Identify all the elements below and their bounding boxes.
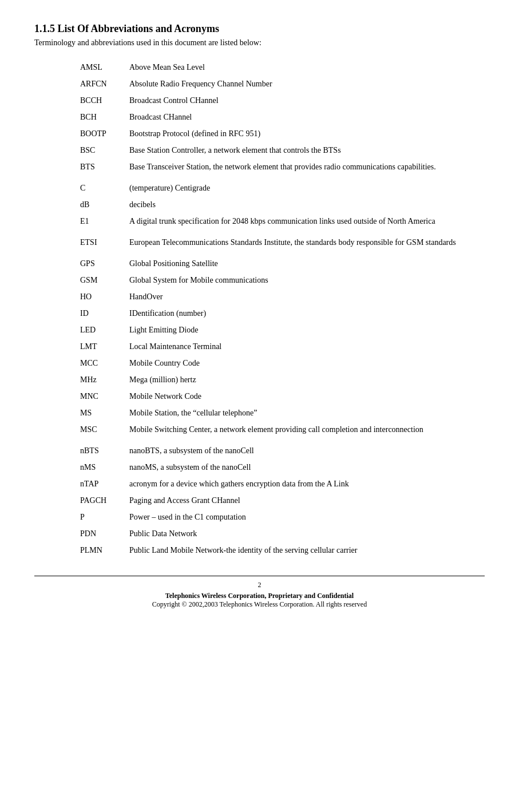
abbreviation-definition: (temperature) Centigrade bbox=[126, 180, 485, 196]
table-row: PDNPublic Data Network bbox=[34, 525, 485, 542]
abbreviation-term: C bbox=[34, 180, 126, 196]
abbreviation-definition: Mobile Station, the “cellular telephone” bbox=[126, 405, 485, 421]
abbreviation-definition: Broadcast CHannel bbox=[126, 109, 485, 125]
abbreviation-term: PAGCH bbox=[34, 492, 126, 509]
abbreviation-definition: nanoMS, a subsystem of the nanoCell bbox=[126, 459, 485, 476]
abbreviation-definition: Global Positioning Satellite bbox=[126, 255, 485, 272]
table-row: MSCMobile Switching Center, a network el… bbox=[34, 421, 485, 438]
abbreviation-term: ID bbox=[34, 305, 126, 322]
table-row: IDIDentification (number) bbox=[34, 305, 485, 322]
abbreviation-term: BCH bbox=[34, 109, 126, 125]
copyright-text: Copyright © 2002,2003 Telephonics Wirele… bbox=[34, 600, 485, 609]
intro-text: Terminology and abbreviations used in th… bbox=[34, 38, 485, 47]
abbreviation-definition: European Telecommunications Standards In… bbox=[126, 234, 485, 251]
table-row: PPower – used in the C1 computation bbox=[34, 509, 485, 525]
abbreviation-definition: acronym for a device which gathers encry… bbox=[126, 476, 485, 492]
abbreviation-term: ARFCN bbox=[34, 76, 126, 92]
abbreviation-definition: Base Station Controller, a network eleme… bbox=[126, 142, 485, 159]
table-row: PAGCHPaging and Access Grant CHannel bbox=[34, 492, 485, 509]
table-row: MSMobile Station, the “cellular telephon… bbox=[34, 405, 485, 421]
abbreviation-definition: Above Mean Sea Level bbox=[126, 59, 485, 76]
table-row: LMTLocal Maintenance Terminal bbox=[34, 338, 485, 355]
table-row: BTSBase Transceiver Station, the network… bbox=[34, 159, 485, 175]
table-row: BOOTPBootstrap Protocol (defined in RFC … bbox=[34, 125, 485, 142]
abbreviation-definition: nanoBTS, a subsystem of the nanoCell bbox=[126, 442, 485, 459]
table-row: ARFCNAbsolute Radio Frequency Channel Nu… bbox=[34, 76, 485, 92]
abbreviation-definition: Bootstrap Protocol (defined in RFC 951) bbox=[126, 125, 485, 142]
spacer-row bbox=[34, 229, 485, 234]
abbreviation-term: ETSI bbox=[34, 234, 126, 251]
spacer-row bbox=[34, 175, 485, 180]
table-row: GSMGlobal System for Mobile communicatio… bbox=[34, 272, 485, 288]
abbreviation-definition: IDentification (number) bbox=[126, 305, 485, 322]
table-row: nMSnanoMS, a subsystem of the nanoCell bbox=[34, 459, 485, 476]
abbreviation-term: GPS bbox=[34, 255, 126, 272]
abbreviation-definition: Mobile Country Code bbox=[126, 355, 485, 371]
table-row: BSCBase Station Controller, a network el… bbox=[34, 142, 485, 159]
table-row: C(temperature) Centigrade bbox=[34, 180, 485, 196]
abbreviation-term: MHz bbox=[34, 371, 126, 388]
abbreviation-term: P bbox=[34, 509, 126, 525]
abbreviation-term: LED bbox=[34, 322, 126, 338]
abbreviation-definition: Public Data Network bbox=[126, 525, 485, 542]
table-row: BCCHBroadcast Control CHannel bbox=[34, 92, 485, 109]
abbreviation-term: nMS bbox=[34, 459, 126, 476]
abbreviation-definition: Local Maintenance Terminal bbox=[126, 338, 485, 355]
abbreviation-definition: Base Transceiver Station, the network el… bbox=[126, 159, 485, 175]
abbreviation-definition: Paging and Access Grant CHannel bbox=[126, 492, 485, 509]
spacer-row bbox=[34, 438, 485, 442]
table-row: BCHBroadcast CHannel bbox=[34, 109, 485, 125]
footer-divider bbox=[34, 576, 485, 576]
table-row: AMSLAbove Mean Sea Level bbox=[34, 59, 485, 76]
abbreviation-term: BOOTP bbox=[34, 125, 126, 142]
abbreviation-term: AMSL bbox=[34, 59, 126, 76]
company-name: Telephonics Wireless Corporation, Propri… bbox=[34, 592, 485, 600]
abbreviations-table: AMSLAbove Mean Sea LevelARFCNAbsolute Ra… bbox=[34, 59, 485, 559]
abbreviation-term: GSM bbox=[34, 272, 126, 288]
page-number: 2 bbox=[34, 581, 485, 589]
abbreviation-definition: Public Land Mobile Network-the identity … bbox=[126, 542, 485, 559]
table-row: MHzMega (million) hertz bbox=[34, 371, 485, 388]
abbreviation-definition: A digital trunk specification for 2048 k… bbox=[126, 213, 485, 229]
table-row: dBdecibels bbox=[34, 196, 485, 213]
abbreviation-term: BTS bbox=[34, 159, 126, 175]
abbreviation-definition: Mega (million) hertz bbox=[126, 371, 485, 388]
abbreviation-definition: Broadcast Control CHannel bbox=[126, 92, 485, 109]
table-row: GPSGlobal Positioning Satellite bbox=[34, 255, 485, 272]
abbreviation-definition: Global System for Mobile communications bbox=[126, 272, 485, 288]
abbreviation-definition: Light Emitting Diode bbox=[126, 322, 485, 338]
abbreviation-term: BCCH bbox=[34, 92, 126, 109]
abbreviation-term: PDN bbox=[34, 525, 126, 542]
abbreviation-term: E1 bbox=[34, 213, 126, 229]
abbreviation-term: nTAP bbox=[34, 476, 126, 492]
abbreviation-term: BSC bbox=[34, 142, 126, 159]
abbreviation-definition: HandOver bbox=[126, 288, 485, 305]
abbreviation-term: MNC bbox=[34, 388, 126, 405]
abbreviation-term: HO bbox=[34, 288, 126, 305]
table-row: nTAPacronym for a device which gathers e… bbox=[34, 476, 485, 492]
section-heading: 1.1.5 List Of Abbreviations and Acronyms bbox=[34, 23, 485, 35]
abbreviation-definition: Mobile Switching Center, a network eleme… bbox=[126, 421, 485, 438]
footer: 2 Telephonics Wireless Corporation, Prop… bbox=[34, 581, 485, 609]
abbreviation-term: LMT bbox=[34, 338, 126, 355]
table-row: PLMNPublic Land Mobile Network-the ident… bbox=[34, 542, 485, 559]
table-row: HOHandOver bbox=[34, 288, 485, 305]
abbreviation-definition: Power – used in the C1 computation bbox=[126, 509, 485, 525]
abbreviation-definition: Absolute Radio Frequency Channel Number bbox=[126, 76, 485, 92]
abbreviation-term: nBTS bbox=[34, 442, 126, 459]
table-row: E1A digital trunk specification for 2048… bbox=[34, 213, 485, 229]
abbreviation-term: MS bbox=[34, 405, 126, 421]
abbreviation-term: dB bbox=[34, 196, 126, 213]
spacer-row bbox=[34, 251, 485, 255]
table-row: MNCMobile Network Code bbox=[34, 388, 485, 405]
table-row: ETSIEuropean Telecommunications Standard… bbox=[34, 234, 485, 251]
table-row: nBTSnanoBTS, a subsystem of the nanoCell bbox=[34, 442, 485, 459]
abbreviation-definition: decibels bbox=[126, 196, 485, 213]
abbreviation-definition: Mobile Network Code bbox=[126, 388, 485, 405]
page-title-section: 1.1.5 List Of Abbreviations and Acronyms… bbox=[34, 23, 485, 47]
table-row: LEDLight Emitting Diode bbox=[34, 322, 485, 338]
abbreviation-term: MSC bbox=[34, 421, 126, 438]
abbreviation-term: MCC bbox=[34, 355, 126, 371]
table-row: MCCMobile Country Code bbox=[34, 355, 485, 371]
abbreviation-term: PLMN bbox=[34, 542, 126, 559]
